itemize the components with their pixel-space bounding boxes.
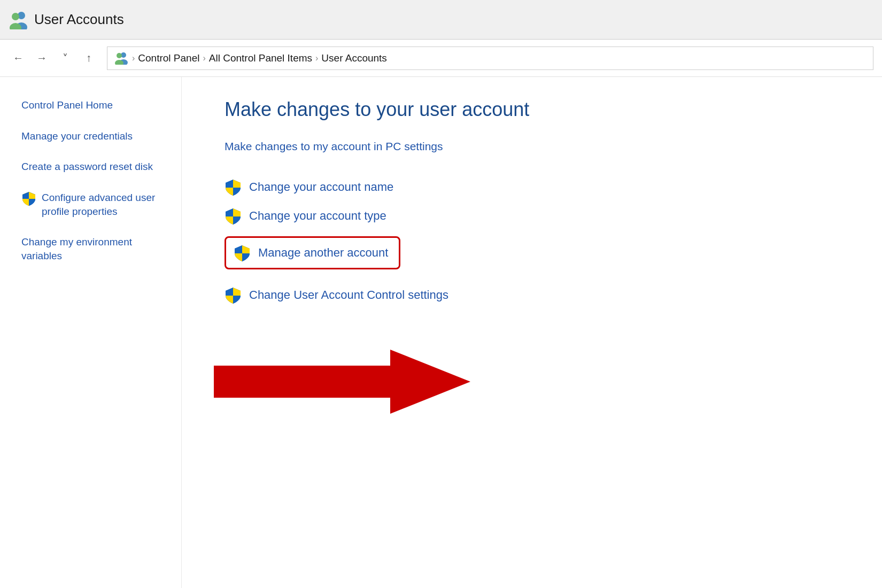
sidebar-link-environment-vars[interactable]: Change my environment variables [21,235,165,262]
svg-marker-8 [214,350,470,414]
breadcrumb-sep-2: › [203,53,205,63]
manage-another-account-link[interactable]: Manage another account [225,236,400,269]
sidebar-link-control-panel-home[interactable]: Control Panel Home [21,98,165,112]
breadcrumb-icon [114,50,129,67]
title-bar: User Accounts [0,0,882,40]
change-account-name-link[interactable]: Change your account name [225,179,850,196]
breadcrumb-sep-1: › [132,53,135,63]
uac-settings-link[interactable]: Change User Account Control settings [225,287,850,304]
sidebar-link-advanced-profile[interactable]: Configure advanced user profile properti… [21,191,165,218]
pc-settings-link[interactable]: Make changes to my account in PC setting… [225,140,443,153]
breadcrumb-user-accounts[interactable]: User Accounts [321,52,387,64]
up-button[interactable]: ↑ [79,49,98,68]
sidebar-link-password-reset[interactable]: Create a password reset disk [21,160,165,174]
svg-point-2 [12,13,19,20]
breadcrumb-all-items[interactable]: All Control Panel Items [209,52,312,64]
sidebar: Control Panel Home Manage your credentia… [0,77,182,588]
page-heading: Make changes to your user account [225,98,850,121]
main-layout: Control Panel Home Manage your credentia… [0,77,882,588]
breadcrumb-sep-3: › [315,53,318,63]
red-arrow-annotation [214,339,470,427]
title-bar-icon [7,8,29,32]
breadcrumb-bar: › Control Panel › All Control Panel Item… [107,47,873,70]
dropdown-button[interactable]: ˅ [56,49,75,68]
content-area: Make changes to your user account Make c… [182,77,882,588]
forward-button[interactable]: → [32,49,51,68]
sidebar-link-manage-credentials[interactable]: Manage your credentials [21,129,165,143]
title-bar-title: User Accounts [34,11,124,28]
change-account-type-link[interactable]: Change your account type [225,207,850,225]
back-button[interactable]: ← [9,49,28,68]
nav-bar: ← → ˅ ↑ › Control Panel › All Control Pa… [0,40,882,77]
svg-point-6 [117,53,122,58]
breadcrumb-control-panel[interactable]: Control Panel [138,52,199,64]
